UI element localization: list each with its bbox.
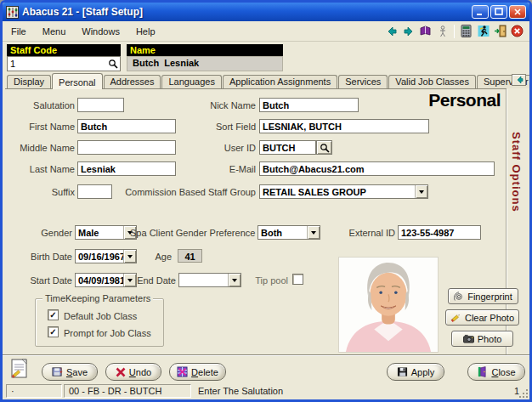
external-id-input[interactable]	[398, 225, 481, 240]
staff-code-search-icon[interactable]	[106, 59, 120, 70]
tab-application-assignments[interactable]: Application Assignments	[223, 75, 337, 88]
menu-windows[interactable]: Windows	[80, 25, 122, 38]
prompt-for-job-class-checkbox[interactable]	[48, 326, 59, 337]
close-window-icon[interactable]	[509, 5, 526, 19]
timekeeping-group-label: TimeKeeping Parameters	[42, 293, 153, 303]
staff-options-label: Staff Options	[510, 132, 523, 212]
commission-group-select[interactable]: RETAIL SALES GROUP	[259, 184, 428, 199]
user-id-label: User ID	[164, 143, 256, 153]
book-icon[interactable]	[418, 24, 433, 38]
spa-preference-value: Both	[258, 226, 307, 239]
staff-photo	[338, 257, 439, 353]
salutation-label: Salutation	[7, 100, 75, 110]
chevron-down-icon[interactable]	[307, 226, 320, 239]
tab-services[interactable]: Services	[338, 75, 388, 88]
spa-preference-select[interactable]: Both	[258, 225, 320, 240]
menu-file[interactable]: File	[9, 25, 28, 38]
status-bar: · 00 - FB - DR - BUTCH Enter The Salutat…	[3, 382, 529, 399]
menu-help[interactable]: Help	[134, 25, 157, 38]
tab-languages[interactable]: Languages	[161, 75, 221, 88]
back-arrow-icon[interactable]	[384, 24, 399, 38]
toolbar-icons	[384, 24, 524, 38]
default-job-class-checkbox[interactable]	[48, 309, 59, 320]
stop-icon[interactable]	[510, 24, 524, 38]
chevron-down-icon[interactable]	[228, 274, 241, 286]
gender-label: Gender	[7, 228, 72, 238]
staff-setup-window: Abacus 21 - [Staff Setup] File Menu Wind…	[0, 0, 532, 402]
user-id-search-icon[interactable]	[316, 140, 332, 155]
staff-code-header: Staff Code	[7, 44, 121, 56]
gender-select[interactable]: Male	[75, 225, 137, 240]
minimize-icon[interactable]	[472, 5, 489, 19]
apply-button-label: Apply	[411, 367, 435, 377]
delete-button[interactable]: Delete	[169, 363, 226, 381]
notes-icon[interactable]	[8, 358, 31, 380]
status-cell-blank: ·	[6, 384, 62, 398]
birth-date-value: 09/16/1967	[76, 250, 123, 263]
user-id-input[interactable]	[259, 140, 316, 155]
maximize-icon[interactable]	[490, 5, 507, 19]
suffix-label: Suffix	[7, 187, 75, 197]
tip-pool-checkbox[interactable]	[292, 274, 303, 285]
end-date-select[interactable]	[178, 273, 241, 287]
age-label: Age	[150, 252, 172, 262]
staff-code-field[interactable]	[7, 56, 121, 71]
salutation-input[interactable]	[77, 98, 124, 112]
birth-date-select[interactable]: 09/16/1967	[75, 249, 137, 263]
tab-valid-job-classes[interactable]: Valid Job Classes	[388, 75, 476, 88]
external-id-label: External ID	[324, 228, 395, 238]
chevron-down-icon[interactable]	[415, 185, 427, 198]
photo-button[interactable]: Photo	[451, 331, 513, 347]
tab-addresses[interactable]: Addresses	[104, 75, 161, 88]
clear-photo-button[interactable]: Clear Photo	[445, 309, 519, 326]
photo-button-label: Photo	[478, 334, 502, 344]
sort-field-label: Sort Field	[164, 122, 256, 132]
save-button[interactable]: Save	[42, 363, 98, 381]
fingerprint-icon	[454, 292, 464, 302]
close-door-icon	[477, 366, 488, 377]
tip-pool-label: Tip pool	[251, 275, 288, 286]
name-header: Name	[127, 44, 283, 56]
name-value: Butch Lesniak	[127, 56, 283, 71]
page-title: Personal	[393, 90, 501, 110]
runner-icon[interactable]	[476, 24, 490, 38]
tab-personal[interactable]: Personal	[52, 73, 102, 89]
undo-button[interactable]: Undo	[105, 363, 161, 381]
person-icon[interactable]	[435, 24, 450, 38]
tab-display[interactable]: Display	[7, 75, 51, 88]
end-date-label: End Date	[137, 275, 176, 286]
forward-arrow-icon[interactable]	[401, 24, 416, 38]
fingerprint-button[interactable]: Fingerprint	[448, 288, 518, 304]
middle-name-input[interactable]	[77, 140, 176, 155]
nick-name-input[interactable]	[259, 98, 359, 112]
email-input[interactable]	[259, 161, 495, 176]
resize-grip[interactable]	[518, 388, 529, 399]
calculator-icon[interactable]	[459, 24, 473, 38]
apply-button[interactable]: Apply	[387, 363, 444, 381]
first-name-input[interactable]	[77, 119, 176, 133]
suffix-input[interactable]	[77, 184, 112, 199]
menu-menu[interactable]: Menu	[41, 25, 68, 38]
window-title: Abacus 21 - [Staff Setup]	[22, 6, 470, 18]
close-button[interactable]: Close	[467, 363, 525, 381]
email-label: E-Mail	[164, 164, 256, 174]
staff-code-input[interactable]	[8, 58, 106, 70]
tab-scroll-left-icon[interactable]	[512, 74, 526, 86]
save-disk-icon	[52, 366, 63, 377]
spa-preference-label: Spa Client Gender Preference	[130, 228, 255, 238]
chevron-down-icon[interactable]	[123, 274, 136, 286]
status-message: Enter The Salutation	[193, 384, 509, 398]
last-name-input[interactable]	[77, 161, 176, 176]
sort-field-input[interactable]	[259, 119, 429, 133]
close-button-label: Close	[491, 367, 515, 377]
status-cell-context: 00 - FB - DR - BUTCH	[64, 384, 191, 398]
timekeeping-groupbox: TimeKeeping Parameters Default Job Class…	[35, 298, 164, 347]
save-button-label: Save	[66, 367, 88, 377]
clear-photo-button-label: Clear Photo	[465, 313, 514, 323]
start-date-select[interactable]: 04/09/1981	[75, 273, 137, 287]
age-value: 41	[178, 249, 202, 263]
chevron-down-icon[interactable]	[123, 250, 136, 263]
end-date-value	[179, 274, 228, 286]
tab-strip: Display Personal Addresses Languages App…	[5, 72, 507, 89]
exit-door-icon[interactable]	[493, 24, 507, 38]
